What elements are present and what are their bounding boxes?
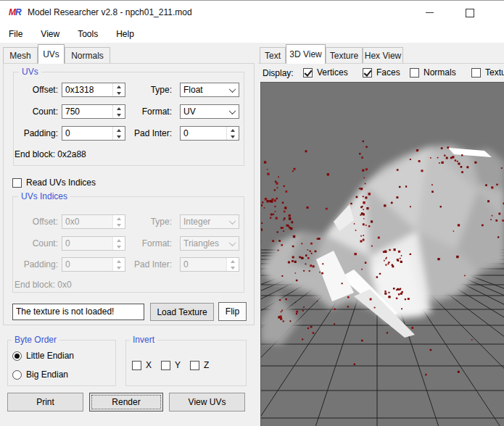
down-button-disabled bbox=[227, 264, 239, 271]
offset-label: Offset: bbox=[15, 84, 58, 96]
checkbox-icon[interactable] bbox=[12, 178, 22, 188]
padding-value-disabled: 0 bbox=[62, 258, 112, 271]
display-vertices-label: Vertices bbox=[317, 67, 348, 78]
display-faces-checkbox[interactable]: Faces bbox=[363, 67, 400, 78]
format-value: UV bbox=[181, 105, 226, 118]
texture-status-field[interactable]: The texture is not loaded! bbox=[12, 304, 144, 320]
pad-inter-value[interactable]: 0 bbox=[181, 127, 226, 140]
count-value[interactable]: 750 bbox=[62, 105, 112, 118]
format-dropdown-disabled: Triangles bbox=[180, 236, 239, 251]
minimize-icon bbox=[426, 12, 434, 13]
print-button[interactable]: Print bbox=[7, 393, 83, 412]
load-texture-button[interactable]: Load Texture bbox=[150, 303, 214, 321]
offset-value[interactable]: 0x1318 bbox=[62, 83, 112, 96]
flip-button[interactable]: Flip bbox=[218, 302, 247, 321]
count-label-disabled: Count: bbox=[15, 238, 58, 249]
pad-inter-spinner[interactable]: 0 bbox=[180, 126, 239, 141]
format-label-disabled: Format: bbox=[114, 238, 172, 249]
down-arrow-icon bbox=[231, 135, 235, 138]
type-dropdown[interactable]: Float bbox=[180, 83, 239, 97]
checkbox-icon[interactable] bbox=[471, 68, 481, 78]
padding-label-disabled: Padding: bbox=[15, 259, 58, 270]
invert-x-checkbox[interactable]: X bbox=[132, 359, 152, 371]
padding-label: Padding: bbox=[15, 128, 58, 139]
pad-inter-up-button[interactable] bbox=[227, 127, 239, 133]
menu-help[interactable]: Help bbox=[113, 28, 137, 41]
count-label: Count: bbox=[15, 106, 58, 117]
big-endian-radio[interactable]: Big Endian bbox=[12, 369, 68, 380]
tab-text[interactable]: Text bbox=[260, 47, 286, 64]
byte-order-group-title: Byte Order bbox=[12, 335, 59, 345]
up-arrow-icon bbox=[231, 129, 235, 132]
uvs-indices-group-title: UVs Indices bbox=[18, 191, 70, 201]
checkbox-icon[interactable] bbox=[190, 361, 199, 370]
3d-viewport[interactable] bbox=[260, 82, 504, 426]
display-texture-checkbox[interactable]: Texture bbox=[471, 67, 504, 78]
tab-normals[interactable]: Normals bbox=[65, 47, 110, 64]
minimize-button[interactable] bbox=[413, 1, 446, 25]
type-value: Float bbox=[181, 83, 226, 96]
radio-icon[interactable] bbox=[12, 370, 22, 380]
render-button[interactable]: Render bbox=[89, 393, 163, 412]
display-faces-label: Faces bbox=[376, 67, 400, 78]
type-label: Type: bbox=[114, 84, 172, 96]
pad-inter-down-button[interactable] bbox=[227, 133, 239, 140]
checkbox-icon[interactable] bbox=[363, 68, 372, 78]
invert-z-label: Z bbox=[204, 359, 209, 371]
pad-inter-value-disabled: 0 bbox=[181, 258, 226, 271]
format-value-disabled: Triangles bbox=[181, 237, 226, 250]
little-endian-radio[interactable]: Little Endian bbox=[12, 350, 74, 362]
display-label: Display: bbox=[263, 67, 294, 79]
format-label: Format: bbox=[114, 106, 172, 117]
checkbox-icon[interactable] bbox=[303, 68, 313, 78]
type-dropdown-disabled: Integer bbox=[180, 214, 239, 229]
menu-tools[interactable]: Tools bbox=[75, 28, 101, 41]
window-title: Model Researcher v2.8 - npch01_211.mod bbox=[28, 7, 192, 17]
invert-z-checkbox[interactable]: Z bbox=[190, 359, 209, 371]
tab-3d-view[interactable]: 3D View bbox=[286, 44, 326, 64]
up-button-disabled bbox=[227, 258, 239, 264]
up-arrow-icon bbox=[231, 260, 235, 263]
type-value-disabled: Integer bbox=[181, 215, 226, 228]
read-uvs-indices-label: Read UVs Indices bbox=[26, 177, 96, 188]
invert-y-checkbox[interactable]: Y bbox=[161, 359, 181, 371]
padding-value[interactable]: 0 bbox=[62, 127, 112, 140]
pad-inter-label: Pad Inter: bbox=[114, 128, 172, 139]
type-label-disabled: Type: bbox=[114, 216, 172, 227]
app-icon: MR bbox=[9, 7, 21, 17]
chevron-down-icon bbox=[226, 83, 239, 96]
tab-hex-view[interactable]: Hex View bbox=[363, 47, 403, 64]
checkbox-icon[interactable] bbox=[410, 68, 419, 78]
radio-icon[interactable] bbox=[12, 351, 22, 361]
view-uvs-button[interactable]: View UVs bbox=[169, 393, 245, 412]
read-uvs-indices-checkbox[interactable]: Read UVs Indices bbox=[12, 177, 96, 188]
pad-inter-label-disabled: Pad Inter: bbox=[114, 259, 172, 270]
menu-bar: File View Tools Help bbox=[0, 25, 504, 43]
checkbox-icon[interactable] bbox=[132, 361, 141, 370]
invert-y-label: Y bbox=[175, 359, 181, 371]
chevron-down-icon bbox=[226, 105, 239, 118]
format-dropdown[interactable]: UV bbox=[180, 104, 239, 119]
display-normals-checkbox[interactable]: Normals bbox=[410, 67, 456, 78]
end-block-label-disabled: End block: 0x0 bbox=[15, 279, 72, 291]
tab-uvs[interactable]: UVs bbox=[38, 44, 65, 64]
menu-file[interactable]: File bbox=[6, 28, 25, 41]
end-block-label: End block: 0x2a88 bbox=[15, 149, 86, 160]
maximize-button[interactable] bbox=[453, 1, 487, 25]
pad-inter-spinner-disabled: 0 bbox=[180, 257, 239, 272]
display-texture-label: Texture bbox=[485, 67, 504, 78]
down-arrow-icon bbox=[231, 267, 235, 270]
chevron-down-icon bbox=[226, 237, 239, 250]
big-endian-label: Big Endian bbox=[26, 369, 68, 380]
checkbox-icon[interactable] bbox=[161, 361, 170, 370]
menu-view[interactable]: View bbox=[38, 28, 62, 41]
display-vertices-checkbox[interactable]: Vertices bbox=[303, 67, 348, 78]
invert-x-label: X bbox=[146, 359, 152, 371]
close-button[interactable] bbox=[494, 1, 504, 25]
display-normals-label: Normals bbox=[424, 67, 456, 78]
tab-texture[interactable]: Texture bbox=[326, 47, 363, 64]
uvs-group-title: UVs bbox=[19, 67, 41, 77]
tab-mesh[interactable]: Mesh bbox=[3, 47, 38, 64]
maximize-icon bbox=[466, 9, 474, 17]
little-endian-label: Little Endian bbox=[26, 350, 74, 362]
